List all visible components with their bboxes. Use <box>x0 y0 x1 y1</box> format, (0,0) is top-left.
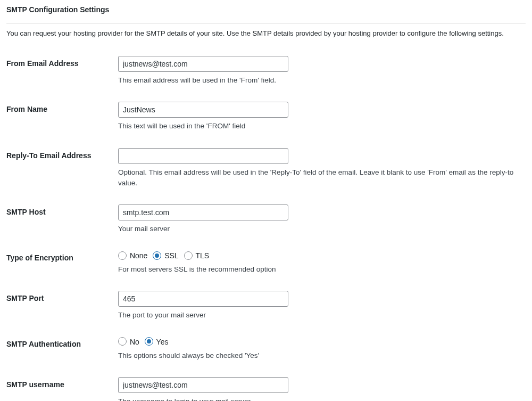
from-name-label: From Name <box>6 94 118 140</box>
from-name-input[interactable] <box>118 102 288 118</box>
encryption-none-label[interactable]: None <box>130 251 147 260</box>
reply-to-description: Optional. This email address will be use… <box>118 167 520 189</box>
reply-to-label: Reply-To Email Address <box>6 140 118 197</box>
encryption-ssl-radio[interactable] <box>153 251 161 260</box>
smtp-auth-description: This options should always be checked 'Y… <box>118 350 520 361</box>
smtp-user-description: The username to login to your mail serve… <box>118 396 520 401</box>
encryption-description: For most servers SSL is the recommended … <box>118 264 520 275</box>
smtp-auth-yes-label[interactable]: Yes <box>156 338 169 346</box>
from-email-description: This email address will be used in the '… <box>118 75 520 86</box>
smtp-host-label: SMTP Host <box>6 197 118 242</box>
encryption-none-radio[interactable] <box>118 251 127 260</box>
smtp-host-description: Your mail server <box>118 224 520 234</box>
smtp-port-label: SMTP Port <box>6 283 118 329</box>
encryption-tls-label[interactable]: TLS <box>195 251 209 260</box>
reply-to-input[interactable] <box>118 148 288 164</box>
smtp-user-input[interactable] <box>118 377 288 393</box>
smtp-auth-yes-radio[interactable] <box>145 337 153 346</box>
encryption-label: Type of Encryption <box>6 242 118 283</box>
settings-form-table: From Email Address This email address wi… <box>6 48 526 401</box>
smtp-auth-no-radio[interactable] <box>118 337 127 346</box>
smtp-auth-no-label[interactable]: No <box>130 338 139 346</box>
smtp-port-description: The port to your mail server <box>118 310 520 321</box>
encryption-ssl-label[interactable]: SSL <box>164 251 178 260</box>
smtp-user-label: SMTP username <box>6 369 118 401</box>
from-email-input[interactable] <box>118 56 288 72</box>
section-heading: SMTP Configuration Settings <box>6 5 526 18</box>
from-email-label: From Email Address <box>6 48 118 94</box>
smtp-host-input[interactable] <box>118 204 288 220</box>
smtp-port-input[interactable] <box>118 291 288 307</box>
intro-text: You can request your hosting provider fo… <box>6 23 526 45</box>
from-name-description: This text will be used in the 'FROM' fie… <box>118 121 520 132</box>
smtp-auth-label: SMTP Authentication <box>6 329 118 369</box>
encryption-tls-radio[interactable] <box>184 251 193 260</box>
